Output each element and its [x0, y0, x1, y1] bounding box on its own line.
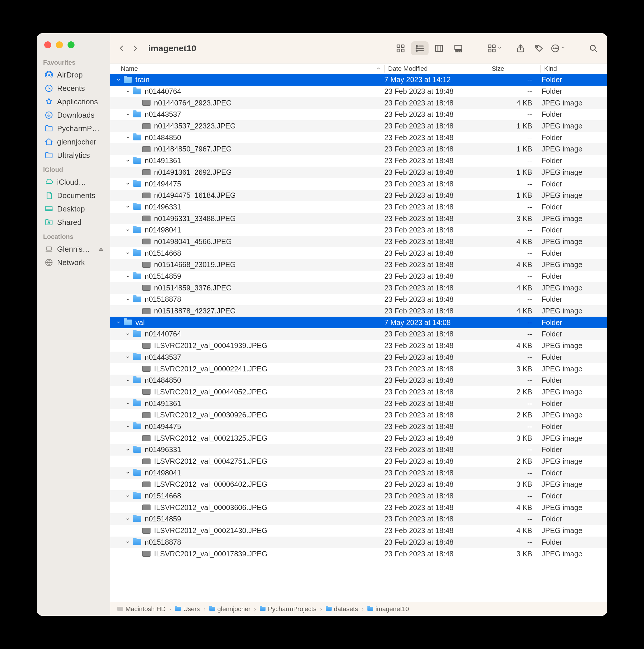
disclosure-triangle[interactable]	[125, 159, 131, 163]
disclosure-triangle[interactable]	[125, 135, 131, 139]
file-row[interactable]: n01498041_4566.JPEG23 Feb 2023 at 18:484…	[110, 236, 607, 248]
tags-button[interactable]	[531, 41, 547, 55]
sidebar-item-locations-1[interactable]: Network	[37, 256, 110, 269]
group-button[interactable]	[486, 41, 503, 55]
folder-row[interactable]: n0151485923 Feb 2023 at 18:48--Folder	[110, 271, 607, 282]
file-list[interactable]: train7 May 2023 at 14:12--Foldern0144076…	[110, 74, 607, 592]
disclosure-triangle[interactable]	[125, 89, 131, 93]
sidebar-item-icloud-0[interactable]: iCloud…	[37, 175, 110, 189]
sidebar-item-favourites-4[interactable]: PycharmP…	[37, 122, 110, 135]
view-icons-button[interactable]	[392, 41, 409, 55]
file-row[interactable]: n01440764_2923.JPEG23 Feb 2023 at 18:484…	[110, 97, 607, 109]
folder-row[interactable]: val7 May 2023 at 14:08--Folder	[110, 317, 607, 328]
sidebar-item-favourites-6[interactable]: Ultralytics	[37, 148, 110, 162]
file-row[interactable]: ILSVRC2012_val_00021430.JPEG23 Feb 2023 …	[110, 525, 607, 536]
search-button[interactable]	[585, 41, 601, 55]
column-header-date[interactable]: Date Modified	[384, 65, 488, 73]
sidebar-item-locations-0[interactable]: Glenn's…	[37, 242, 110, 256]
path-crumb[interactable]: datasets	[326, 605, 358, 613]
forward-button[interactable]	[130, 41, 141, 55]
disclosure-triangle[interactable]	[125, 471, 131, 475]
folder-row[interactable]: n0149447523 Feb 2023 at 18:48--Folder	[110, 421, 607, 433]
column-header-name[interactable]: Name	[121, 65, 384, 73]
file-row[interactable]: n01494475_16184.JPEG23 Feb 2023 at 18:48…	[110, 190, 607, 201]
folder-row[interactable]: n0144353723 Feb 2023 at 18:48--Folder	[110, 352, 607, 363]
disclosure-triangle[interactable]	[116, 320, 122, 324]
file-row[interactable]: n01496331_33488.JPEG23 Feb 2023 at 18:48…	[110, 213, 607, 224]
folder-row[interactable]: n0144076423 Feb 2023 at 18:48--Folder	[110, 86, 607, 97]
sidebar-item-favourites-0[interactable]: AirDrop	[37, 68, 110, 82]
file-row[interactable]: n01484850_7967.JPEG23 Feb 2023 at 18:481…	[110, 143, 607, 155]
disclosure-triangle[interactable]	[125, 332, 131, 336]
sidebar-item-icloud-1[interactable]: Documents	[37, 189, 110, 202]
folder-row[interactable]: n0148485023 Feb 2023 at 18:48--Folder	[110, 132, 607, 143]
eject-icon[interactable]	[98, 245, 104, 254]
window-minimize-button[interactable]	[56, 41, 63, 48]
disclosure-triangle[interactable]	[125, 517, 131, 521]
folder-row[interactable]: n0144076423 Feb 2023 at 18:48--Folder	[110, 328, 607, 340]
file-row[interactable]: n01514668_23019.JPEG23 Feb 2023 at 18:48…	[110, 259, 607, 271]
file-row[interactable]: ILSVRC2012_val_00003606.JPEG23 Feb 2023 …	[110, 502, 607, 513]
disclosure-triangle[interactable]	[125, 274, 131, 278]
folder-row[interactable]: n0149804123 Feb 2023 at 18:48--Folder	[110, 467, 607, 479]
folder-row[interactable]: n0149136123 Feb 2023 at 18:48--Folder	[110, 398, 607, 409]
folder-row[interactable]: n0151466823 Feb 2023 at 18:48--Folder	[110, 490, 607, 502]
action-button[interactable]	[550, 41, 566, 55]
file-row[interactable]: ILSVRC2012_val_00017839.JPEG23 Feb 2023 …	[110, 548, 607, 560]
share-button[interactable]	[512, 41, 529, 55]
disclosure-triangle[interactable]	[125, 355, 131, 359]
path-crumb[interactable]: Users	[175, 605, 200, 613]
file-row[interactable]: ILSVRC2012_val_00030926.JPEG23 Feb 2023 …	[110, 409, 607, 421]
folder-row[interactable]: n0151887823 Feb 2023 at 18:48--Folder	[110, 294, 607, 305]
folder-row[interactable]: n0149447523 Feb 2023 at 18:48--Folder	[110, 178, 607, 190]
disclosure-triangle[interactable]	[125, 297, 131, 301]
window-close-button[interactable]	[44, 41, 51, 48]
sidebar-item-favourites-1[interactable]: Recents	[37, 82, 110, 95]
folder-row[interactable]: n0144353723 Feb 2023 at 18:48--Folder	[110, 109, 607, 120]
folder-row[interactable]: n0149633123 Feb 2023 at 18:48--Folder	[110, 444, 607, 456]
sidebar-item-icloud-2[interactable]: Desktop	[37, 202, 110, 216]
folder-row[interactable]: n0151887823 Feb 2023 at 18:48--Folder	[110, 536, 607, 548]
view-gallery-button[interactable]	[450, 41, 467, 55]
disclosure-triangle[interactable]	[125, 228, 131, 232]
disclosure-triangle[interactable]	[125, 113, 131, 117]
sidebar-item-favourites-5[interactable]: glennjocher	[37, 135, 110, 148]
folder-row[interactable]: n0151485923 Feb 2023 at 18:48--Folder	[110, 513, 607, 525]
view-list-button[interactable]	[411, 41, 428, 55]
path-crumb[interactable]: PycharmProjects	[260, 605, 316, 613]
path-crumb[interactable]: glennjocher	[209, 605, 251, 613]
disclosure-triangle[interactable]	[125, 448, 131, 452]
file-row[interactable]: ILSVRC2012_val_00006402.JPEG23 Feb 2023 …	[110, 479, 607, 490]
disclosure-triangle[interactable]	[125, 401, 131, 405]
file-row[interactable]: ILSVRC2012_val_00041939.JPEG23 Feb 2023 …	[110, 340, 607, 352]
disclosure-triangle[interactable]	[125, 251, 131, 255]
disclosure-triangle[interactable]	[125, 494, 131, 498]
folder-row[interactable]: n0149633123 Feb 2023 at 18:48--Folder	[110, 201, 607, 213]
sidebar-item-favourites-3[interactable]: Downloads	[37, 109, 110, 122]
view-columns-button[interactable]	[430, 41, 448, 55]
folder-row[interactable]: n0151466823 Feb 2023 at 18:48--Folder	[110, 247, 607, 259]
back-button[interactable]	[116, 41, 127, 55]
file-row[interactable]: ILSVRC2012_val_00044052.JPEG23 Feb 2023 …	[110, 386, 607, 398]
column-header-kind[interactable]: Kind	[540, 65, 607, 73]
folder-row[interactable]: n0149804123 Feb 2023 at 18:48--Folder	[110, 224, 607, 236]
folder-row[interactable]: n0148485023 Feb 2023 at 18:48--Folder	[110, 375, 607, 386]
disclosure-triangle[interactable]	[125, 205, 131, 209]
sidebar-item-icloud-3[interactable]: Shared	[37, 216, 110, 229]
file-row[interactable]: ILSVRC2012_val_00021325.JPEG23 Feb 2023 …	[110, 432, 607, 444]
disclosure-triangle[interactable]	[125, 378, 131, 383]
file-row[interactable]: n01443537_22323.JPEG23 Feb 2023 at 18:48…	[110, 120, 607, 132]
file-row[interactable]: n01518878_42327.JPEG23 Feb 2023 at 18:48…	[110, 305, 607, 317]
path-crumb[interactable]: Macintosh HD	[117, 605, 166, 613]
disclosure-triangle[interactable]	[125, 182, 131, 186]
disclosure-triangle[interactable]	[125, 540, 131, 544]
sidebar-item-favourites-2[interactable]: Applications	[37, 95, 110, 109]
file-row[interactable]: n01491361_2692.JPEG23 Feb 2023 at 18:481…	[110, 167, 607, 178]
folder-row[interactable]: train7 May 2023 at 14:12--Folder	[110, 74, 607, 86]
column-header-size[interactable]: Size	[488, 65, 540, 73]
file-row[interactable]: ILSVRC2012_val_00042751.JPEG23 Feb 2023 …	[110, 456, 607, 467]
window-zoom-button[interactable]	[67, 41, 75, 48]
disclosure-triangle[interactable]	[116, 78, 122, 82]
folder-row[interactable]: n0149136123 Feb 2023 at 18:48--Folder	[110, 155, 607, 167]
disclosure-triangle[interactable]	[125, 424, 131, 429]
